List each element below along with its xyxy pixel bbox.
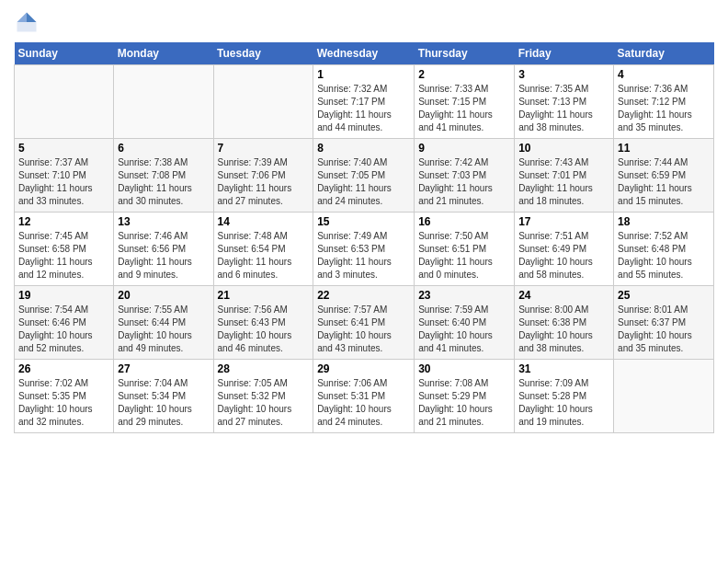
svg-rect-2 — [17, 22, 37, 32]
day-number: 31 — [518, 362, 609, 375]
day-number: 1 — [317, 68, 410, 81]
calendar-cell: 7Sunrise: 7:39 AM Sunset: 7:06 PM Daylig… — [213, 139, 313, 213]
day-number: 6 — [118, 142, 209, 155]
day-number: 19 — [18, 289, 109, 302]
weekday-header-wednesday: Wednesday — [313, 42, 415, 65]
day-number: 20 — [118, 289, 209, 302]
day-number: 28 — [218, 362, 310, 375]
week-row-3: 12Sunrise: 7:45 AM Sunset: 6:58 PM Dayli… — [15, 213, 714, 286]
calendar-cell: 25Sunrise: 8:01 AM Sunset: 6:37 PM Dayli… — [614, 286, 714, 360]
day-info: Sunrise: 7:08 AM Sunset: 5:29 PM Dayligh… — [418, 377, 510, 429]
day-number: 23 — [418, 289, 510, 302]
day-number: 16 — [418, 215, 510, 228]
calendar-cell: 27Sunrise: 7:04 AM Sunset: 5:34 PM Dayli… — [114, 360, 213, 433]
day-number: 29 — [317, 362, 410, 375]
day-info: Sunrise: 7:02 AM Sunset: 5:35 PM Dayligh… — [18, 377, 109, 429]
day-info: Sunrise: 7:48 AM Sunset: 6:54 PM Dayligh… — [218, 230, 310, 282]
calendar-cell: 1Sunrise: 7:32 AM Sunset: 7:17 PM Daylig… — [313, 65, 415, 139]
day-info: Sunrise: 7:37 AM Sunset: 7:10 PM Dayligh… — [18, 156, 109, 208]
calendar-cell: 3Sunrise: 7:35 AM Sunset: 7:13 PM Daylig… — [515, 65, 614, 139]
calendar-cell: 6Sunrise: 7:38 AM Sunset: 7:08 PM Daylig… — [114, 139, 213, 213]
day-info: Sunrise: 7:52 AM Sunset: 6:48 PM Dayligh… — [618, 230, 710, 282]
day-number: 25 — [618, 289, 710, 302]
day-number: 21 — [218, 289, 310, 302]
calendar-cell: 8Sunrise: 7:40 AM Sunset: 7:05 PM Daylig… — [313, 139, 415, 213]
day-info: Sunrise: 7:38 AM Sunset: 7:08 PM Dayligh… — [118, 156, 209, 208]
calendar-cell: 26Sunrise: 7:02 AM Sunset: 5:35 PM Dayli… — [15, 360, 114, 433]
calendar-cell: 24Sunrise: 8:00 AM Sunset: 6:38 PM Dayli… — [515, 286, 614, 360]
day-info: Sunrise: 7:06 AM Sunset: 5:31 PM Dayligh… — [317, 377, 410, 429]
day-info: Sunrise: 7:59 AM Sunset: 6:40 PM Dayligh… — [418, 304, 510, 355]
weekday-header-monday: Monday — [114, 42, 213, 65]
calendar-cell: 11Sunrise: 7:44 AM Sunset: 6:59 PM Dayli… — [614, 139, 714, 213]
day-info: Sunrise: 7:45 AM Sunset: 6:58 PM Dayligh… — [18, 230, 109, 282]
day-number: 24 — [518, 289, 609, 302]
day-number: 18 — [618, 215, 710, 228]
calendar-cell: 29Sunrise: 7:06 AM Sunset: 5:31 PM Dayli… — [313, 360, 415, 433]
day-number: 27 — [118, 362, 209, 375]
calendar-cell: 28Sunrise: 7:05 AM Sunset: 5:32 PM Dayli… — [213, 360, 313, 433]
day-number: 12 — [18, 215, 109, 228]
day-number: 11 — [618, 142, 710, 155]
day-info: Sunrise: 8:00 AM Sunset: 6:38 PM Dayligh… — [518, 304, 609, 355]
week-row-4: 19Sunrise: 7:54 AM Sunset: 6:46 PM Dayli… — [15, 286, 714, 360]
calendar-cell: 21Sunrise: 7:56 AM Sunset: 6:43 PM Dayli… — [213, 286, 313, 360]
calendar-cell: 2Sunrise: 7:33 AM Sunset: 7:15 PM Daylig… — [415, 65, 515, 139]
day-info: Sunrise: 7:05 AM Sunset: 5:32 PM Dayligh… — [218, 377, 310, 429]
day-number: 30 — [418, 362, 510, 375]
page-container: SundayMondayTuesdayWednesdayThursdayFrid… — [0, 0, 728, 438]
week-row-2: 5Sunrise: 7:37 AM Sunset: 7:10 PM Daylig… — [15, 139, 714, 213]
day-number: 13 — [118, 215, 209, 228]
day-number: 8 — [317, 142, 410, 155]
day-number: 14 — [218, 215, 310, 228]
calendar-cell: 9Sunrise: 7:42 AM Sunset: 7:03 PM Daylig… — [415, 139, 515, 213]
header — [14, 9, 714, 35]
calendar-cell: 19Sunrise: 7:54 AM Sunset: 6:46 PM Dayli… — [15, 286, 114, 360]
calendar-cell — [614, 360, 714, 433]
day-info: Sunrise: 7:43 AM Sunset: 7:01 PM Dayligh… — [518, 156, 609, 208]
calendar-cell: 18Sunrise: 7:52 AM Sunset: 6:48 PM Dayli… — [614, 213, 714, 286]
calendar-cell: 15Sunrise: 7:49 AM Sunset: 6:53 PM Dayli… — [313, 213, 415, 286]
day-number: 26 — [18, 362, 109, 375]
day-info: Sunrise: 7:57 AM Sunset: 6:41 PM Dayligh… — [317, 304, 410, 355]
day-info: Sunrise: 7:49 AM Sunset: 6:53 PM Dayligh… — [317, 230, 410, 282]
calendar-cell: 23Sunrise: 7:59 AM Sunset: 6:40 PM Dayli… — [415, 286, 515, 360]
day-info: Sunrise: 8:01 AM Sunset: 6:37 PM Dayligh… — [618, 304, 710, 355]
day-number: 15 — [317, 215, 410, 228]
day-info: Sunrise: 7:04 AM Sunset: 5:34 PM Dayligh… — [118, 377, 209, 429]
day-number: 22 — [317, 289, 410, 302]
weekday-header-saturday: Saturday — [614, 42, 714, 65]
svg-marker-0 — [27, 13, 37, 23]
day-info: Sunrise: 7:33 AM Sunset: 7:15 PM Dayligh… — [418, 83, 510, 134]
calendar-cell: 20Sunrise: 7:55 AM Sunset: 6:44 PM Dayli… — [114, 286, 213, 360]
calendar-cell — [15, 65, 114, 139]
day-info: Sunrise: 7:36 AM Sunset: 7:12 PM Dayligh… — [618, 83, 710, 134]
day-number: 10 — [518, 142, 609, 155]
day-info: Sunrise: 7:09 AM Sunset: 5:28 PM Dayligh… — [518, 377, 609, 429]
week-row-5: 26Sunrise: 7:02 AM Sunset: 5:35 PM Dayli… — [15, 360, 714, 433]
day-info: Sunrise: 7:55 AM Sunset: 6:44 PM Dayligh… — [118, 304, 209, 355]
day-info: Sunrise: 7:50 AM Sunset: 6:51 PM Dayligh… — [418, 230, 510, 282]
day-number: 7 — [218, 142, 310, 155]
calendar-cell: 5Sunrise: 7:37 AM Sunset: 7:10 PM Daylig… — [15, 139, 114, 213]
calendar-cell: 4Sunrise: 7:36 AM Sunset: 7:12 PM Daylig… — [614, 65, 714, 139]
week-row-1: 1Sunrise: 7:32 AM Sunset: 7:17 PM Daylig… — [15, 65, 714, 139]
day-number: 9 — [418, 142, 510, 155]
day-number: 2 — [418, 68, 510, 81]
day-number: 17 — [518, 215, 609, 228]
calendar-cell: 22Sunrise: 7:57 AM Sunset: 6:41 PM Dayli… — [313, 286, 415, 360]
day-info: Sunrise: 7:42 AM Sunset: 7:03 PM Dayligh… — [418, 156, 510, 208]
day-info: Sunrise: 7:51 AM Sunset: 6:49 PM Dayligh… — [518, 230, 609, 282]
day-info: Sunrise: 7:54 AM Sunset: 6:46 PM Dayligh… — [18, 304, 109, 355]
calendar-cell: 13Sunrise: 7:46 AM Sunset: 6:56 PM Dayli… — [114, 213, 213, 286]
calendar-table: SundayMondayTuesdayWednesdayThursdayFrid… — [14, 42, 714, 433]
day-info: Sunrise: 7:40 AM Sunset: 7:05 PM Dayligh… — [317, 156, 410, 208]
calendar-cell: 14Sunrise: 7:48 AM Sunset: 6:54 PM Dayli… — [213, 213, 313, 286]
weekday-header-thursday: Thursday — [415, 42, 515, 65]
day-number: 5 — [18, 142, 109, 155]
calendar-cell — [213, 65, 313, 139]
weekday-header-friday: Friday — [515, 42, 614, 65]
logo — [14, 9, 41, 35]
calendar-cell: 31Sunrise: 7:09 AM Sunset: 5:28 PM Dayli… — [515, 360, 614, 433]
day-number: 3 — [518, 68, 609, 81]
